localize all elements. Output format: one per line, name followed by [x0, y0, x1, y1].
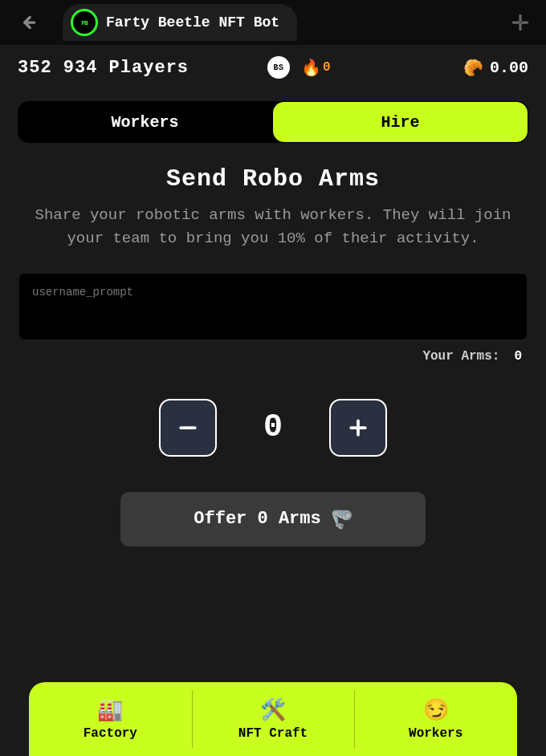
nav-workers-label: Workers: [409, 726, 462, 741]
page-title: Send Robo Arms: [166, 165, 380, 193]
plus-icon: [346, 416, 370, 440]
collapse-icon: [510, 12, 531, 33]
nav-factory-label: Factory: [84, 726, 137, 741]
tab-workers[interactable]: Workers: [18, 101, 272, 143]
bottom-nav: 🏭 Factory 🛠️ NFT Craft 😏 Workers: [29, 682, 517, 756]
stats-row: 352 934 Players BS 🔥 0 🥐 0.00: [0, 45, 546, 87]
nav-workers[interactable]: 😏 Workers: [354, 682, 517, 756]
tools-icon: 🛠️: [260, 697, 286, 723]
arms-balance: Your Arms: 0: [19, 346, 527, 364]
nav-nft-craft[interactable]: 🛠️ NFT Craft: [192, 682, 355, 756]
coin-icon: 🥐: [463, 58, 483, 78]
face-icon: 😏: [423, 697, 449, 723]
minus-icon: [176, 416, 200, 440]
tab-hire[interactable]: Hire: [273, 102, 528, 142]
arms-label: Your Arms:: [422, 349, 499, 364]
coin-value: 0.00: [490, 59, 528, 77]
app-viewport: 352 934 Players BS 🔥 0 🥐 0.00 Workers Hi…: [0, 45, 546, 756]
increment-button[interactable]: [329, 399, 387, 457]
app-logo-icon: FB: [71, 9, 98, 36]
bs-badge[interactable]: BS: [267, 56, 290, 79]
page-subtext: Share your robotic arms with workers. Th…: [28, 204, 518, 251]
offer-label: Offer 0 Arms: [194, 509, 320, 529]
back-button[interactable]: [13, 8, 42, 37]
nav-factory[interactable]: 🏭 Factory: [29, 682, 192, 756]
app-title: Farty Beetle NFT Bot: [106, 14, 279, 30]
players-count: 352 934 Players: [18, 58, 189, 78]
username-box[interactable]: [19, 274, 527, 339]
tab-switch: Workers Hire: [18, 101, 528, 143]
coin-counter[interactable]: 🥐 0.00: [463, 58, 528, 78]
factory-icon: 🏭: [97, 697, 123, 723]
titlebar: FB Farty Beetle NFT Bot: [0, 0, 546, 45]
stepper-value: 0: [263, 409, 283, 445]
nav-nft-craft-label: NFT Craft: [238, 726, 308, 741]
arms-value: 0: [514, 349, 522, 364]
decrement-button[interactable]: [159, 399, 217, 457]
username-input[interactable]: [32, 286, 514, 299]
robo-arm-icon: 🦾: [331, 508, 352, 530]
flame-counter[interactable]: 🔥 0: [301, 58, 331, 78]
quantity-stepper: 0: [159, 399, 387, 457]
flame-value: 0: [323, 60, 331, 75]
arrow-left-icon: [17, 12, 38, 33]
app-tab[interactable]: FB Farty Beetle NFT Bot: [63, 4, 297, 41]
offer-button[interactable]: Offer 0 Arms 🦾: [120, 492, 426, 547]
main-content: Send Robo Arms Share your robotic arms w…: [0, 143, 546, 547]
collapse-button[interactable]: [507, 10, 533, 35]
fire-icon: 🔥: [301, 58, 321, 78]
